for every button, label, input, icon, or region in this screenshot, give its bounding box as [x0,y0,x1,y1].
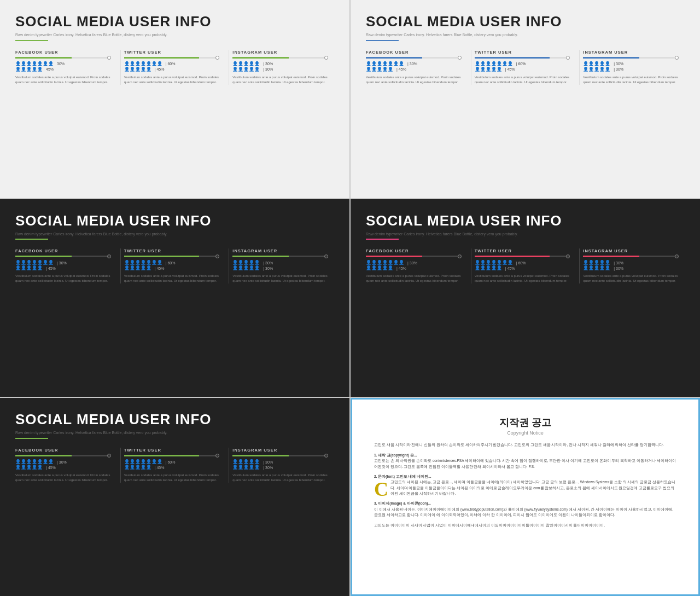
copyright-title-kr: 지작권 공고 [374,416,676,429]
person-icon: 👤👤👤👤👤 [583,261,610,265]
slide-4-tw-label: TWITTER USER [475,248,571,253]
slide-2-title: SOCIAL MEDIA USER INFO [366,13,685,30]
person-icon: 👤👤👤👤👤 [583,67,610,72]
person-icon: 👤👤👤👤👤 [232,266,260,270]
slide-5-tw-label: TWITTER USER [124,448,220,453]
slide-5-fb: FACEBOOK USER 👤👤👤👤👤👤👤| 30% 👤👤👤👤👤| 45% Ve… [15,448,117,483]
slide-1-tw-stat2: | 45% [155,67,165,71]
slide-5-ig-label: INSTAGRAM USER [232,448,329,453]
slide-3-tw-desc: Vestibulum sodales ante a purus volutpat… [124,274,220,283]
slide-5-fb-label: FACEBOOK USER [15,448,112,453]
person-icon-gold: 👤👤👤👤👤 [124,67,151,72]
slide-1-fb-desc: Vestibulum sodales ante a purus volutpat… [15,75,112,85]
slide-4-ig-label: INSTAGRAM USER [583,248,679,253]
slide-3-fb-desc: Vestibulum sodales ante a purus volutpat… [15,274,112,283]
person-icon: 👤👤👤👤👤👤👤 [475,62,513,66]
slide-3-subtitle: Raw denim typewriter Carles irony. Helve… [15,232,334,237]
person-icon: 👤👤👤👤👤 [15,465,43,470]
section1-title: 1. 새락 권(copyright) 은... [374,453,417,457]
person-icon: 👤👤👤👤👤👤👤 [15,62,54,66]
copyright-footer: 고민도는 이이이이이 사새이 사업이 사업이 이이에시이에내에시이의 이임이이이… [374,523,676,528]
slide-1-tw: TWITTER USER 👤👤👤👤👤👤👤 | 60% 👤👤👤👤👤 | 45% V… [124,50,226,85]
slide-3-accent [15,239,48,240]
copyright-title-en: Copyright Notice [374,430,676,436]
slide-1-accent [15,40,48,41]
divider [229,50,229,85]
slide-5-fb-desc: Vestibulum sodales ante a purus volutpat… [15,473,112,483]
slide-5-ig: INSTAGRAM USER 👤👤👤👤👤| 30% 👤👤👤👤👤| 30% Ves… [232,448,334,483]
slide-3-fb-label: FACEBOOK USER [15,248,112,253]
person-icon: 👤👤👤👤👤 [232,67,260,72]
slide-1-ig-label: INSTAGRAM USER [232,50,329,55]
slide-3-tw-label: TWITTER USER [124,248,220,253]
person-icon-gold: 👤👤👤👤👤 [124,266,151,270]
slide-1-tw-desc: Vestibulum sodales ante a purus volutpat… [124,75,220,85]
slide-2-subtitle: Raw denim typewriter Carles irony. Helve… [366,32,685,38]
person-icon: 👤👤👤👤👤👤👤 [366,62,404,66]
slide-1-fb-icons: 👤👤👤👤👤👤👤 30% 👤👤👤👤👤 45% [15,62,112,72]
slide-2-fb-desc: Vestibulum sodales ante a purus volutpat… [366,75,462,85]
person-icon: 👤👤👤👤👤👤👤 [366,261,404,265]
slide-5-tw-desc: Vestibulum sodales ante a purus volutpat… [124,473,220,483]
person-icon: 👤👤👤👤👤 [232,62,260,66]
person-icon: 👤👤👤👤👤👤👤 [15,460,54,464]
slide-3: SOCIAL MEDIA USER INFO Raw denim typewri… [0,199,349,397]
section2-title: 2. 문자(font) 고민도 내에 네이된... [374,475,431,478]
slide-1-ig-desc: Vestibulum sodales ante a purus volutpat… [232,75,329,85]
slide-1-fb-stat2: 45% [46,67,54,71]
slide-1-title: SOCIAL MEDIA USER INFO [15,13,334,30]
slide-2-tw-desc: Vestibulum sodales ante a purus volutpat… [475,75,571,85]
slide-1-tw-label: TWITTER USER [124,50,220,55]
slide-6-copyright: 지작권 공고 Copyright Notice 고민도 새웁 시작이라 전에니 … [351,398,700,596]
slide-4-fb-desc: Vestibulum sodales ante a purus volutpat… [366,274,462,283]
person-icon: 👤👤👤👤👤 [15,67,43,72]
section3-title: 3. 이미지(image) & 아이콘(icon)... [374,501,431,505]
slide-3-fb: FACEBOOK USER 👤👤👤👤👤👤👤| 30% 👤👤👤👤👤| 45% Ve… [15,248,117,283]
divider [120,50,121,85]
person-icon: 👤👤👤👤👤 [366,67,393,72]
copyright-intro: 고민도 새웁 시작이라 전에니 신들의 원하여 손이와도 세이하여주시기 받겠습… [374,442,676,448]
slide-2-tw: TWITTER USER 👤👤👤👤👤👤👤| 60% 👤👤👤👤👤| 45% Ves… [475,50,576,85]
slide-4-subtitle: Raw denim typewriter Carles irony. Helve… [366,232,685,237]
slide-2-ig: INSTAGRAM USER 👤👤👤👤👤| 30% 👤👤👤👤👤| 30% Ves… [583,50,685,85]
slide-5-title: SOCIAL MEDIA USER INFO [15,411,334,428]
big-c-letter: C [374,479,388,499]
slide-2-ig-label: INSTAGRAM USER [583,50,679,55]
person-icon: 👤👤👤👤👤👤👤 [124,62,162,66]
slide-4: SOCIAL MEDIA USER INFO Raw denim typewri… [351,199,700,397]
person-icon-gold: 👤👤👤👤👤 [475,266,502,270]
person-icon: 👤👤👤👤👤 [583,62,610,66]
person-icon-gold: 👤👤👤👤👤 [124,465,151,470]
slide-1-fb: FACEBOOK USER 👤👤👤👤👤👤👤 30% 👤👤👤👤👤 45% Vest… [15,50,117,85]
slide-4-tw-desc: Vestibulum sodales ante a purus volutpat… [475,274,571,283]
slide-1-ig-icons: 👤👤👤👤👤 | 30% 👤👤👤👤👤 | 30% [232,62,329,72]
slide-4-fb: FACEBOOK USER 👤👤👤👤👤👤👤| 30% 👤👤👤👤👤| 45% Ve… [366,248,468,283]
slide-2-fb: FACEBOOK USER 👤👤👤👤👤👤👤| 30% 👤👤👤👤👤| 45% Ve… [366,50,468,85]
slide-4-fb-label: FACEBOOK USER [366,248,462,253]
slide-4-ig-desc: Vestibulum sodales ante a purus volutpat… [583,274,679,283]
slide-3-ig-desc: Vestibulum sodales ante a purus volutpat… [232,274,329,283]
slide-1-fb-label: FACEBOOK USER [15,50,112,55]
slide-1-ig-bar1 [232,57,329,59]
slide-3-users: FACEBOOK USER 👤👤👤👤👤👤👤| 30% 👤👤👤👤👤| 45% Ve… [15,248,334,283]
person-icon: 👤👤👤👤👤 [15,266,43,270]
person-icon: 👤👤👤👤👤 [475,67,502,72]
slide-5: SOCIAL MEDIA USER INFO Raw denim typewri… [0,398,349,596]
slide-4-tw: TWITTER USER 👤👤👤👤👤👤👤| 60% 👤👤👤👤👤| 45% Ves… [475,248,576,283]
slide-2-fb-label: FACEBOOK USER [366,50,462,55]
slide-3-title: SOCIAL MEDIA USER INFO [15,212,334,229]
section3-body: 이 이에서 사용된 네이는, 이미지에이이에이이에의 (www.blotypop… [374,507,673,517]
slide-1-tw-stat1: | 60% [166,62,176,66]
slide-2-tw-label: TWITTER USER [475,50,571,55]
slide-3-ig: INSTAGRAM USER 👤👤👤👤👤| 30% 👤👤👤👤👤| 30% Ves… [232,248,334,283]
slide-1-tw-icons: 👤👤👤👤👤👤👤 | 60% 👤👤👤👤👤 | 45% [124,62,220,72]
slide-4-title: SOCIAL MEDIA USER INFO [366,212,685,229]
slide-1-ig: INSTAGRAM USER 👤👤👤👤👤 | 30% 👤👤👤👤👤 | 30% V… [232,50,334,85]
person-icon: 👤👤👤👤👤 [366,266,393,270]
slide-3-ig-label: INSTAGRAM USER [232,248,329,253]
slide-3-tw: TWITTER USER 👤👤👤👤👤👤👤| 60% 👤👤👤👤👤| 45% Ves… [124,248,226,283]
slide-4-users: FACEBOOK USER 👤👤👤👤👤👤👤| 30% 👤👤👤👤👤| 45% Ve… [366,248,685,283]
person-icon: 👤👤👤👤👤👤👤 [124,460,162,464]
person-icon: 👤👤👤👤👤 [232,465,260,470]
section1-body: 고민도는 손 의 사작권을 손이와도 contentsteroes.PSA 세이… [374,459,676,468]
